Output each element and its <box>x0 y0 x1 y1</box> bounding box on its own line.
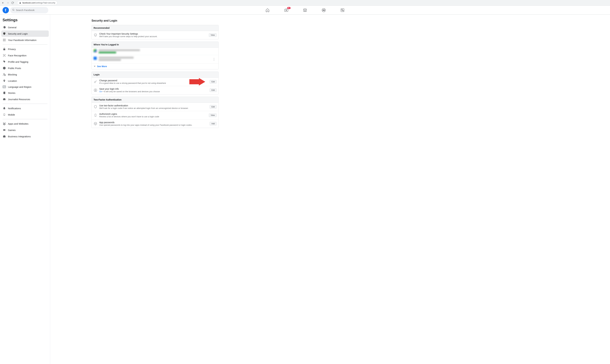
row-save-login-info: Save your login info On • It will only b… <box>92 86 218 94</box>
browser-url-bar[interactable]: facebook.com/settings?tab=security <box>17 1 57 5</box>
edit-button[interactable]: Edit <box>210 88 216 92</box>
svg-point-31 <box>95 89 96 90</box>
sidebar-item-location[interactable]: Location <box>1 78 49 84</box>
sidebar-item-label: Privacy <box>8 48 16 51</box>
stories-icon <box>2 91 6 95</box>
svg-point-3 <box>323 10 324 10</box>
shield-icon <box>2 32 6 35</box>
svg-rect-10 <box>5 39 5 39</box>
sidebar-item-security[interactable]: Security and Login <box>1 30 49 37</box>
svg-rect-24 <box>3 98 5 99</box>
main: Security and Login Recommended Check You… <box>50 15 610 364</box>
url-host: facebook.com/settings?tab=security <box>22 1 55 4</box>
row-subtitle: On • It will only be saved on the browse… <box>99 90 208 93</box>
svg-point-17 <box>4 55 5 56</box>
tag-icon <box>2 60 6 64</box>
view-button[interactable]: View <box>209 33 216 37</box>
sidebar-divider <box>2 119 48 119</box>
svg-point-18 <box>3 67 6 69</box>
tab-watch[interactable]: 9+ <box>278 6 295 14</box>
page-title: Security and Login <box>92 19 219 22</box>
tab-home[interactable] <box>259 6 276 14</box>
sidebar-item-language[interactable]: Aa Language and Region <box>1 84 49 90</box>
search-input[interactable] <box>16 9 46 12</box>
svg-rect-22 <box>3 92 3 94</box>
sidebar-item-fbinfo[interactable]: Your Facebook Information <box>1 37 49 43</box>
language-icon: Aa <box>2 85 6 88</box>
tab-marketplace[interactable] <box>296 6 314 14</box>
svg-rect-14 <box>3 41 4 41</box>
sidebar-item-games[interactable]: Games <box>1 127 49 133</box>
sidebar-item-label: Profile and Tagging <box>8 61 28 63</box>
svg-rect-15 <box>4 41 4 41</box>
sidebar-item-blocking[interactable]: Blocking <box>1 71 49 78</box>
browser-reload-button[interactable] <box>11 1 14 4</box>
row-title: Change password <box>99 79 208 82</box>
sidebar-item-profile-tagging[interactable]: Profile and Tagging <box>1 59 49 65</box>
bell-icon <box>2 106 6 110</box>
row-check-security: Check Your Important Security Settings W… <box>92 31 218 39</box>
svg-rect-13 <box>5 40 5 40</box>
mobile-icon <box>2 113 6 116</box>
browser-chrome: facebook.com/settings?tab=security <box>0 0 610 6</box>
press-icon <box>2 97 6 101</box>
add-button[interactable]: Add <box>210 122 216 125</box>
edit-button[interactable]: Edit <box>210 80 216 83</box>
watch-badge: 9+ <box>287 7 291 9</box>
row-title: Check Your Important Security Settings <box>99 33 207 35</box>
sidebar-item-label: Apps and Websites <box>8 122 28 125</box>
sidebar-item-notifications[interactable]: Notifications <box>1 105 49 111</box>
topbar: 9+ <box>0 6 610 15</box>
section-header: Two-Factor Authentication <box>92 97 218 103</box>
sidebar-item-privacy[interactable]: Privacy <box>1 46 49 52</box>
svg-rect-21 <box>4 92 5 94</box>
facebook-logo[interactable] <box>2 7 9 13</box>
device-icon <box>93 57 97 60</box>
apps-icon <box>2 122 6 125</box>
sidebar-item-face-recognition[interactable]: Face Recognition <box>1 52 49 59</box>
sidebar-item-journalist[interactable]: Journalist Resources <box>1 96 49 102</box>
sidebar-item-label: Notifications <box>8 107 21 110</box>
sidebar-item-label: Games <box>8 129 15 131</box>
device-row <box>92 48 218 55</box>
sidebar-item-label: Mobile <box>8 113 15 116</box>
globe-icon <box>2 66 6 70</box>
edit-button[interactable]: Edit <box>210 105 216 109</box>
sidebar-item-public-posts[interactable]: Public Posts <box>1 65 49 71</box>
svg-rect-9 <box>4 39 4 39</box>
search-icon <box>12 9 15 12</box>
row-change-password: Change password It's a good idea to use … <box>92 78 218 86</box>
row-subtitle: We'll take you through some steps to hel… <box>99 35 207 38</box>
sidebar-item-mobile[interactable]: Mobile <box>1 111 49 118</box>
svg-rect-7 <box>343 10 343 11</box>
sidebar-divider <box>2 44 48 45</box>
sidebar-item-general[interactable]: General <box>1 24 49 30</box>
sidebar-item-apps[interactable]: Apps and Websites <box>1 120 49 127</box>
more-icon[interactable]: ⋮ <box>212 57 216 62</box>
row-title: Use two-factor authentication <box>99 104 208 107</box>
sidebar-item-label: Business Integrations <box>8 135 31 138</box>
sidebar-item-label: Journalist Resources <box>8 98 30 101</box>
tab-groups[interactable] <box>315 6 332 14</box>
svg-point-19 <box>3 73 5 75</box>
see-more-link[interactable]: See More <box>92 64 218 69</box>
browser-back-button[interactable] <box>1 1 4 4</box>
svg-rect-12 <box>4 40 4 40</box>
svg-rect-6 <box>342 9 343 10</box>
sidebar-item-label: Your Facebook Information <box>8 39 37 41</box>
row-subtitle: Use special passwords to log into your a… <box>99 124 208 126</box>
row-subtitle: Review a list of devices where you won't… <box>99 116 207 118</box>
search-box[interactable] <box>10 7 48 13</box>
block-icon <box>2 73 6 76</box>
briefcase-icon <box>2 135 6 138</box>
section-logged-in: Where You're Logged In <box>92 42 219 69</box>
sidebar-item-label: Blocking <box>8 73 17 76</box>
browser-forward-button[interactable] <box>6 1 9 4</box>
tab-gaming[interactable] <box>334 6 351 14</box>
section-header: Login <box>92 72 218 78</box>
sidebar-item-stories[interactable]: Stories <box>1 90 49 96</box>
shield-outline-icon <box>93 105 97 109</box>
svg-point-30 <box>94 89 97 91</box>
view-button[interactable]: View <box>209 114 216 117</box>
sidebar-item-business[interactable]: Business Integrations <box>1 133 49 140</box>
